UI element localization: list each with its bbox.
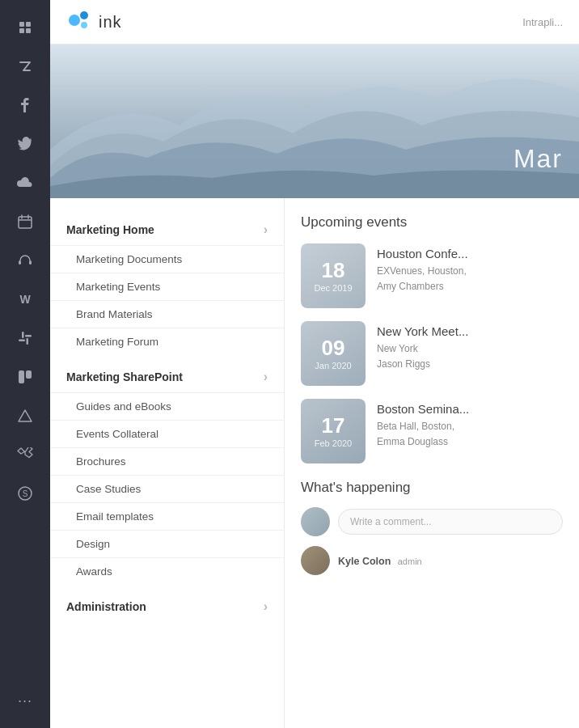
nav-item-marketing-documents[interactable]: Marketing Documents bbox=[50, 245, 284, 273]
skype-icon[interactable]: S bbox=[9, 477, 41, 510]
svg-rect-4 bbox=[19, 217, 32, 228]
event-date-newyork: 09 Jan 2020 bbox=[301, 321, 366, 386]
event-month-houston: Dec 2019 bbox=[314, 283, 352, 293]
slack-icon[interactable] bbox=[9, 322, 41, 354]
whats-happening-title: What's happening bbox=[301, 480, 563, 496]
event-contact-boston: Emma Douglass bbox=[377, 436, 448, 447]
webex-icon[interactable]: W bbox=[9, 283, 41, 315]
facebook-icon[interactable] bbox=[9, 89, 41, 121]
comment-row-write: Write a comment... bbox=[301, 507, 563, 536]
top-bar: ink Intrapli... bbox=[50, 0, 579, 44]
event-card-newyork: 09 Jan 2020 New York Meet... New York Ja… bbox=[301, 321, 563, 386]
zendesk-icon[interactable] bbox=[9, 50, 41, 83]
event-card-boston: 17 Feb 2020 Boston Semina... Beta Hall, … bbox=[301, 399, 563, 463]
svg-rect-10 bbox=[19, 340, 25, 342]
content-area: Marketing Home › Marketing Documents Mar… bbox=[50, 198, 579, 728]
svg-rect-3 bbox=[26, 28, 31, 33]
shopify-icon[interactable] bbox=[9, 11, 41, 44]
nav-item-marketing-events[interactable]: Marketing Events bbox=[50, 273, 284, 300]
logo-icon bbox=[66, 9, 92, 35]
trello-icon[interactable] bbox=[9, 361, 41, 393]
nav-section-administration-label: Administration bbox=[66, 600, 146, 613]
right-panel: Upcoming events 18 Dec 2019 Houston Conf… bbox=[285, 198, 579, 728]
nav-item-brand-materials[interactable]: Brand Materials bbox=[50, 300, 284, 328]
left-nav: Marketing Home › Marketing Documents Mar… bbox=[50, 198, 285, 728]
more-icon[interactable]: ··· bbox=[9, 684, 41, 717]
svg-text:S: S bbox=[23, 489, 28, 498]
svg-rect-0 bbox=[19, 22, 24, 27]
event-card-houston: 18 Dec 2019 Houston Confe... EXVenues, H… bbox=[301, 243, 563, 308]
event-title-newyork: New York Meet... bbox=[377, 324, 563, 338]
event-title-houston: Houston Confe... bbox=[377, 247, 563, 260]
upcoming-events-title: Upcoming events bbox=[301, 214, 563, 231]
svg-point-15 bbox=[69, 15, 80, 26]
event-day-boston: 17 bbox=[322, 414, 345, 438]
event-contact-houston: Amy Chambers bbox=[377, 281, 444, 292]
event-info-houston: Houston Confe... EXVenues, Houston, Amy … bbox=[377, 243, 563, 294]
nav-section-administration[interactable]: Administration › bbox=[50, 591, 284, 622]
nav-section-marketing-sharepoint[interactable]: Marketing SharePoint › bbox=[50, 362, 284, 392]
nav-item-awards[interactable]: Awards bbox=[50, 557, 284, 585]
svg-rect-11 bbox=[19, 370, 24, 383]
svg-rect-12 bbox=[26, 370, 32, 379]
comment-row-kyle: Kyle Colon admin bbox=[301, 546, 563, 575]
event-day-houston: 18 bbox=[322, 259, 345, 282]
event-month-newyork: Jan 2020 bbox=[315, 361, 351, 370]
event-month-boston: Feb 2020 bbox=[315, 438, 352, 448]
nav-item-design[interactable]: Design bbox=[50, 530, 284, 557]
logo: ink bbox=[66, 9, 122, 35]
svg-point-16 bbox=[80, 11, 88, 19]
comment-author-name: Kyle Colon bbox=[338, 556, 391, 567]
event-venue-newyork: New York bbox=[377, 343, 418, 354]
event-date-houston: 18 Dec 2019 bbox=[301, 243, 366, 308]
twitter-icon[interactable] bbox=[9, 128, 41, 160]
event-venue-boston: Beta Hall, Boston, bbox=[377, 421, 454, 432]
svg-rect-6 bbox=[29, 260, 32, 265]
event-info-boston: Boston Semina... Beta Hall, Boston, Emma… bbox=[377, 399, 563, 450]
svg-rect-5 bbox=[19, 260, 21, 265]
nav-item-email-templates[interactable]: Email templates bbox=[50, 502, 284, 530]
nav-section-marketing-sharepoint-label: Marketing SharePoint bbox=[66, 370, 183, 383]
svg-rect-1 bbox=[26, 22, 31, 27]
svg-rect-9 bbox=[25, 335, 32, 337]
icon-bar: W S ··· bbox=[0, 0, 50, 728]
calendar-icon[interactable] bbox=[9, 205, 41, 238]
chevron-right-icon: › bbox=[264, 222, 268, 237]
avatar-kyle bbox=[301, 546, 330, 575]
dropbox-icon[interactable] bbox=[9, 438, 41, 471]
nav-item-events-collateral[interactable]: Events Collateral bbox=[50, 420, 284, 447]
top-bar-right-text: Intrapli... bbox=[522, 16, 563, 28]
event-venue-houston: EXVenues, Houston, bbox=[377, 265, 467, 277]
nav-section-marketing-home-label: Marketing Home bbox=[66, 223, 154, 236]
nav-section-marketing-home[interactable]: Marketing Home › bbox=[50, 214, 284, 245]
nav-item-case-studies[interactable]: Case Studies bbox=[50, 475, 284, 502]
svg-rect-7 bbox=[22, 332, 24, 338]
hero-title: Mar bbox=[513, 144, 563, 174]
comment-input-placeholder[interactable]: Write a comment... bbox=[338, 509, 563, 535]
nav-item-brochures[interactable]: Brochures bbox=[50, 447, 284, 475]
salesforce-icon[interactable] bbox=[9, 167, 41, 199]
event-day-newyork: 09 bbox=[322, 336, 345, 360]
chevron-right-icon-2: › bbox=[264, 370, 268, 384]
drive-icon[interactable] bbox=[9, 400, 41, 432]
hero-banner: Mar bbox=[50, 44, 579, 198]
avatar-placeholder bbox=[301, 507, 330, 536]
headset-icon[interactable] bbox=[9, 244, 41, 277]
event-date-boston: 17 Feb 2020 bbox=[301, 399, 366, 463]
svg-point-17 bbox=[81, 22, 87, 28]
comment-author-role: admin bbox=[398, 557, 422, 566]
chevron-right-icon-3: › bbox=[264, 599, 268, 614]
svg-rect-2 bbox=[19, 28, 24, 33]
event-contact-newyork: Jason Riggs bbox=[377, 358, 430, 370]
nav-item-marketing-forum[interactable]: Marketing Forum bbox=[50, 328, 284, 355]
main-content: ink Intrapli... Mar bbox=[50, 0, 579, 728]
svg-rect-8 bbox=[27, 338, 29, 345]
event-info-newyork: New York Meet... New York Jason Riggs bbox=[377, 321, 563, 372]
app-name: ink bbox=[99, 13, 122, 32]
event-title-boston: Boston Semina... bbox=[377, 402, 563, 416]
nav-item-guides-ebooks[interactable]: Guides and eBooks bbox=[50, 392, 284, 420]
